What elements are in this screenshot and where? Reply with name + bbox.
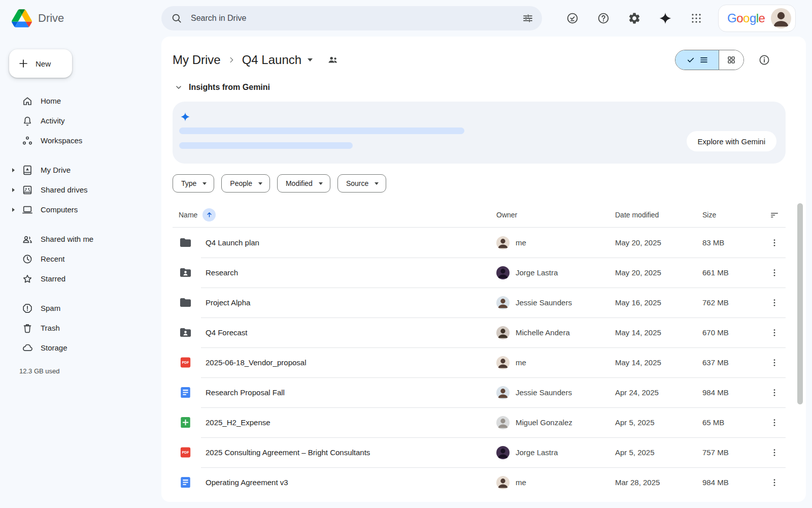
settings-icon[interactable] <box>628 12 641 25</box>
sidebar-item-label: Starred <box>41 274 65 283</box>
sidebar-item-storage[interactable]: Storage <box>0 338 161 358</box>
filter-chip-people[interactable]: People <box>221 174 270 193</box>
account-avatar[interactable] <box>771 8 791 28</box>
row-menu-icon[interactable] <box>769 478 780 488</box>
row-menu-icon[interactable] <box>769 358 780 368</box>
file-name[interactable]: Project Alpha <box>206 298 250 307</box>
table-row[interactable]: Research Jorge Lastra May 20, 2025 661 M… <box>173 258 786 288</box>
sort-options-icon[interactable] <box>769 210 780 220</box>
column-header-modified[interactable]: Date modified <box>615 211 702 219</box>
home-icon <box>21 95 33 107</box>
file-name[interactable]: Q4 Forecast <box>206 328 248 337</box>
new-button-label: New <box>36 59 51 68</box>
tune-icon[interactable] <box>522 12 534 24</box>
table-row[interactable]: Q4 Forecast Michelle Andera May 14, 2025… <box>173 318 786 347</box>
file-name[interactable]: 2025-06-18_Vendor_proposal <box>206 358 307 367</box>
file-name[interactable]: Research Proposal Fall <box>206 388 285 397</box>
shared-members-icon[interactable] <box>327 54 339 66</box>
sidebar-item-label: Storage <box>41 343 67 352</box>
file-size: 670 MB <box>702 328 763 337</box>
expand-caret-icon[interactable] <box>12 208 15 212</box>
table-row[interactable]: Research Proposal Fall Jessie Saunders A… <box>173 377 786 407</box>
column-header-name[interactable]: Name <box>179 208 496 221</box>
list-view-icon <box>699 55 708 65</box>
gemini-spark-icon[interactable] <box>659 12 672 25</box>
file-name[interactable]: 2025 Consulting Agreement – Bright Consu… <box>206 448 370 457</box>
apps-grid-icon[interactable] <box>690 12 703 25</box>
sidebar-item-activity[interactable]: Activity <box>0 111 161 131</box>
wordmark-letter: e <box>759 11 765 25</box>
owner-name: me <box>516 358 526 367</box>
my-drive-icon <box>21 164 33 176</box>
google-sheets-icon <box>179 416 192 429</box>
row-menu-icon[interactable] <box>769 328 780 338</box>
file-size: 762 MB <box>702 298 763 307</box>
sidebar-item-shared-drives[interactable]: Shared drives <box>0 180 161 200</box>
sort-ascending-badge[interactable] <box>202 208 216 221</box>
help-icon[interactable] <box>597 12 610 25</box>
explore-with-gemini-button[interactable]: Explore with Gemini <box>687 131 776 151</box>
file-name[interactable]: Operating Agreement v3 <box>206 478 288 487</box>
file-name[interactable]: Q4 Launch plan <box>206 238 259 247</box>
column-header-size[interactable]: Size <box>702 211 763 219</box>
table-row[interactable]: Project Alpha Jessie Saunders May 16, 20… <box>173 288 786 318</box>
sidebar-item-trash[interactable]: Trash <box>0 318 161 338</box>
grid-view-button[interactable] <box>719 50 743 70</box>
filter-chip-type[interactable]: Type <box>173 174 214 193</box>
row-menu-icon[interactable] <box>769 448 780 458</box>
drive-brand[interactable]: Drive <box>0 9 161 27</box>
sidebar-item-recent[interactable]: Recent <box>0 249 161 269</box>
file-name[interactable]: 2025_H2_Expense <box>206 418 270 427</box>
gemini-spark-icon <box>180 112 190 122</box>
sidebar-item-computers[interactable]: Computers <box>0 200 161 219</box>
filter-chip-source[interactable]: Source <box>337 174 386 193</box>
sidebar-item-label: My Drive <box>41 166 71 174</box>
chip-label: Modified <box>286 179 313 187</box>
info-icon[interactable] <box>758 54 770 66</box>
row-menu-icon[interactable] <box>769 388 780 398</box>
chevron-down-icon <box>375 182 379 185</box>
new-button[interactable]: New <box>9 49 72 78</box>
chevron-down-icon <box>202 182 207 185</box>
vertical-scrollbar[interactable] <box>797 203 803 404</box>
sidebar-item-spam[interactable]: Spam <box>0 298 161 318</box>
search-input[interactable] <box>191 14 514 23</box>
offline-status-icon[interactable] <box>566 12 579 25</box>
row-menu-icon[interactable] <box>769 238 780 248</box>
sidebar-item-workspaces[interactable]: Workspaces <box>0 131 161 150</box>
sidebar-item-shared-with-me[interactable]: Shared with me <box>0 229 161 249</box>
expand-caret-icon[interactable] <box>12 188 15 192</box>
google-account-pill[interactable]: G o o g l e <box>718 5 796 32</box>
table-row[interactable]: Q4 Launch plan me May 20, 2025 83 MB <box>173 228 786 258</box>
chevron-down-icon <box>175 84 182 91</box>
search-bar[interactable] <box>161 6 542 30</box>
search-icon[interactable] <box>171 12 183 24</box>
sidebar-item-label: Workspaces <box>41 136 82 145</box>
file-name[interactable]: Research <box>206 268 238 277</box>
sidebar-item-label: Home <box>41 97 61 105</box>
sidebar-item-my-drive[interactable]: My Drive <box>0 160 161 180</box>
insights-toggle[interactable]: Insights from Gemini <box>175 81 786 93</box>
breadcrumb-current[interactable]: Q4 Launch <box>242 53 301 67</box>
file-size: 984 MB <box>702 388 763 397</box>
chip-label: Type <box>181 179 196 187</box>
table-row[interactable]: 2025-06-18_Vendor_proposal me May 14, 20… <box>173 347 786 377</box>
pdf-file-icon <box>179 446 192 459</box>
shared-with-me-icon <box>21 233 33 245</box>
expand-caret-icon[interactable] <box>12 168 15 172</box>
google-docs-icon <box>179 475 192 489</box>
row-menu-icon[interactable] <box>769 298 780 308</box>
breadcrumb-parent[interactable]: My Drive <box>173 53 221 67</box>
column-header-owner[interactable]: Owner <box>496 211 615 219</box>
filter-chip-modified[interactable]: Modified <box>277 174 330 193</box>
folder-menu-caret-icon[interactable] <box>308 58 313 61</box>
row-menu-icon[interactable] <box>769 418 780 428</box>
list-view-button[interactable] <box>675 50 719 70</box>
table-row[interactable]: 2025_H2_Expense Miguel Gonzalez Apr 5, 2… <box>173 407 786 437</box>
row-menu-icon[interactable] <box>769 268 780 278</box>
table-row[interactable]: 2025 Consulting Agreement – Bright Consu… <box>173 437 786 467</box>
sidebar-item-starred[interactable]: Starred <box>0 269 161 289</box>
sidebar-item-home[interactable]: Home <box>0 91 161 111</box>
table-row[interactable]: Operating Agreement v3 me Mar 28, 2025 9… <box>173 467 786 497</box>
folder-icon <box>179 236 192 249</box>
